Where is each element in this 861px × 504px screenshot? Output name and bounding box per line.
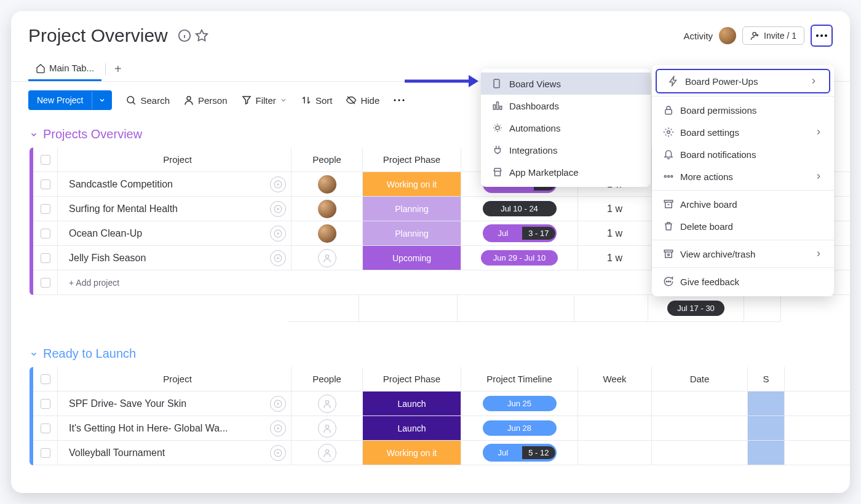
people-cell[interactable]	[292, 221, 363, 245]
phase-cell[interactable]: Launch	[363, 416, 461, 440]
sort-button[interactable]: Sort	[301, 95, 333, 106]
board-options-menu[interactable]: Board Power-UpsBoard permissionsBoard se…	[652, 65, 834, 296]
project-name-cell[interactable]: Surfing for Mental Health	[58, 197, 292, 221]
menu-item[interactable]: App Marketplace	[481, 161, 651, 183]
status-cell[interactable]	[748, 441, 785, 465]
menu-divider	[652, 190, 834, 191]
toolbar-more-button[interactable]	[393, 98, 405, 102]
menu-item[interactable]: More actions	[652, 165, 834, 187]
date-cell[interactable]	[652, 441, 748, 465]
menu-item[interactable]: Board settings	[652, 121, 834, 143]
project-name-cell[interactable]: Volleyball Tournament	[58, 441, 292, 465]
new-project-button[interactable]: New Project	[28, 90, 112, 110]
menu-item[interactable]: Integrations	[481, 139, 651, 161]
row-checkbox[interactable]	[33, 197, 58, 221]
activity-label[interactable]: Activity	[684, 31, 713, 41]
eye-off-icon	[346, 95, 357, 106]
row-checkbox[interactable]	[33, 172, 58, 196]
phase-cell[interactable]: Upcoming	[363, 246, 461, 270]
checkbox-header[interactable]	[33, 367, 58, 391]
row-checkbox[interactable]	[33, 246, 58, 270]
menu-item[interactable]: Delete board	[652, 215, 834, 237]
star-icon[interactable]	[195, 29, 208, 42]
status-cell[interactable]	[748, 416, 785, 440]
group-header[interactable]: Ready to Launch	[11, 338, 850, 367]
menu-item-label: Board permissions	[680, 105, 756, 116]
row-checkbox[interactable]	[33, 441, 58, 465]
people-cell[interactable]	[292, 392, 363, 415]
tab-main[interactable]: Main Tab...	[28, 57, 101, 81]
menu-divider	[652, 96, 834, 96]
svg-point-4	[825, 34, 827, 37]
week-cell[interactable]: 1 w	[578, 246, 652, 270]
week-cell[interactable]	[578, 441, 652, 465]
project-name-cell[interactable]: It's Getting Hot in Here- Global Wa...	[58, 416, 292, 440]
date-cell[interactable]	[652, 392, 748, 415]
week-cell[interactable]: 1 w	[578, 221, 652, 245]
add-tab-button[interactable]: +	[109, 60, 127, 79]
people-cell[interactable]	[292, 416, 363, 440]
add-message-icon[interactable]	[270, 445, 286, 461]
timeline-cell[interactable]: Jun 29 - Jul 10	[461, 246, 578, 270]
menu-item[interactable]: Dashboards	[481, 95, 651, 117]
menu-item[interactable]: View archive/trash	[652, 243, 834, 265]
info-icon[interactable]	[178, 29, 191, 42]
board-views-menu[interactable]: Board ViewsDashboardsAutomationsIntegrat…	[481, 69, 651, 187]
timeline-cell[interactable]: Jul 10 - 24	[461, 197, 578, 221]
integ-icon	[492, 144, 503, 156]
table-row[interactable]: It's Getting Hot in Here- Global Wa... L…	[33, 416, 850, 441]
project-name-cell[interactable]: Sandcastle Competition	[58, 172, 292, 196]
week-cell[interactable]: 1 w	[578, 197, 652, 221]
menu-item[interactable]: Archive board	[652, 193, 834, 215]
add-message-icon[interactable]	[270, 250, 286, 266]
hide-button[interactable]: Hide	[346, 95, 379, 106]
project-name-cell[interactable]: Ocean Clean-Up	[58, 221, 292, 245]
status-cell[interactable]	[748, 392, 785, 415]
table-row[interactable]: SPF Drive- Save Your Skin Launch Jun 25	[33, 392, 850, 416]
menu-item[interactable]: Board permissions	[652, 99, 834, 121]
phase-cell[interactable]: Planning	[363, 197, 461, 221]
people-cell[interactable]	[292, 246, 363, 270]
date-cell[interactable]	[652, 416, 748, 440]
timeline-cell[interactable]: Jun 25	[461, 392, 578, 415]
row-checkbox[interactable]	[33, 221, 58, 245]
app-window: Project Overview Activity Invite / 1 Mai…	[11, 11, 850, 493]
week-cell[interactable]	[578, 416, 652, 440]
phase-cell[interactable]: Working on it	[363, 172, 461, 196]
add-message-icon[interactable]	[270, 201, 286, 217]
menu-item[interactable]: Give feedback	[652, 270, 834, 293]
menu-item-label: Automations	[509, 123, 560, 133]
menu-item[interactable]: Automations	[481, 117, 651, 139]
phase-cell[interactable]: Launch	[363, 392, 461, 415]
add-message-icon[interactable]	[270, 420, 286, 436]
week-cell[interactable]	[578, 392, 652, 415]
phase-cell[interactable]: Working on it	[363, 441, 461, 465]
timeline-cell[interactable]: Jul5 - 12	[461, 441, 578, 465]
row-checkbox[interactable]	[33, 416, 58, 440]
menu-item[interactable]: Board Views	[481, 73, 651, 95]
people-cell[interactable]	[292, 441, 363, 465]
summary-row: Jul 17 - 30	[30, 295, 850, 322]
add-message-icon[interactable]	[270, 396, 286, 412]
project-name-cell[interactable]: Jelly Fish Season	[58, 246, 292, 270]
row-checkbox[interactable]	[33, 392, 58, 415]
invite-button[interactable]: Invite / 1	[742, 26, 804, 45]
timeline-cell[interactable]: Jul3 - 17	[461, 221, 578, 245]
more-button[interactable]	[811, 25, 833, 47]
checkbox-header[interactable]	[33, 148, 58, 171]
person-filter-button[interactable]: Person	[183, 95, 228, 106]
menu-item[interactable]: Board notifications	[652, 143, 834, 165]
people-cell[interactable]	[292, 172, 363, 196]
people-cell[interactable]	[292, 197, 363, 221]
add-message-icon[interactable]	[270, 226, 286, 242]
new-project-dropdown[interactable]	[92, 92, 112, 109]
filter-button[interactable]: Filter	[241, 95, 287, 106]
add-message-icon[interactable]	[270, 176, 286, 192]
avatar[interactable]	[719, 27, 736, 44]
menu-item[interactable]: Board Power-Ups	[656, 69, 830, 93]
phase-cell[interactable]: Planning	[363, 221, 461, 245]
table-row[interactable]: Volleyball Tournament Working on it Jul5…	[33, 441, 850, 465]
search-button[interactable]: Search	[125, 95, 170, 106]
timeline-cell[interactable]: Jun 28	[461, 416, 578, 440]
project-name-cell[interactable]: SPF Drive- Save Your Skin	[58, 392, 292, 415]
